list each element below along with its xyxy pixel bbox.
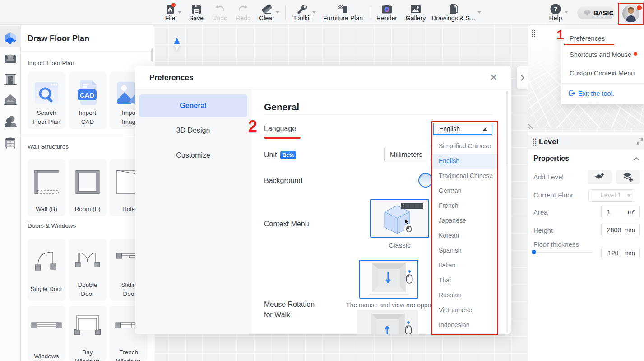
svg-text:CAD: CAD — [80, 91, 95, 99]
svg-text:?: ? — [554, 5, 558, 13]
